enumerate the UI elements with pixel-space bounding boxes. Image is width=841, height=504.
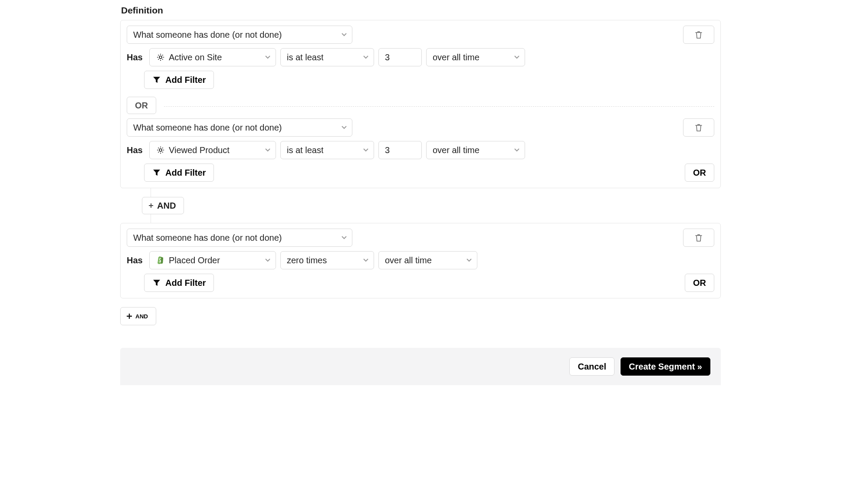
or-dash-line bbox=[164, 106, 714, 107]
gear-icon bbox=[156, 145, 165, 155]
chevron-down-icon bbox=[342, 126, 347, 129]
metric-select[interactable]: Active on Site bbox=[149, 48, 276, 66]
condition-type-label: What someone has done (or not done) bbox=[133, 29, 282, 41]
add-and-label: AND bbox=[135, 313, 148, 320]
metric-label: Active on Site bbox=[169, 52, 222, 63]
add-filter-button[interactable]: Add Filter bbox=[144, 274, 214, 292]
condition-block: What someone has done (or not done) Has … bbox=[127, 229, 714, 292]
funnel-icon bbox=[152, 279, 161, 287]
funnel-icon bbox=[152, 76, 161, 84]
metric-label: Viewed Product bbox=[169, 144, 230, 156]
section-title: Definition bbox=[121, 4, 721, 16]
has-label: Has bbox=[127, 52, 144, 63]
operator-select[interactable]: is at least bbox=[280, 48, 374, 66]
condition-group: What someone has done (or not done) Has … bbox=[120, 223, 721, 298]
add-and-button[interactable]: AND bbox=[120, 307, 156, 325]
timeframe-label: over all time bbox=[433, 144, 480, 156]
add-filter-button[interactable]: Add Filter bbox=[144, 71, 214, 89]
add-or-button[interactable]: OR bbox=[685, 164, 714, 182]
add-filter-button[interactable]: Add Filter bbox=[144, 164, 214, 182]
metric-select[interactable]: Placed Order bbox=[149, 251, 276, 269]
add-filter-label: Add Filter bbox=[165, 168, 206, 178]
create-segment-label: Create Segment » bbox=[629, 362, 702, 372]
timeframe-label: over all time bbox=[385, 255, 432, 266]
chevron-down-icon bbox=[265, 148, 270, 152]
cancel-button[interactable]: Cancel bbox=[569, 357, 614, 376]
trash-icon bbox=[694, 233, 703, 242]
or-button-label: OR bbox=[693, 168, 706, 178]
timeframe-select[interactable]: over all time bbox=[378, 251, 477, 269]
delete-condition-button[interactable] bbox=[683, 118, 714, 137]
shopify-icon bbox=[156, 255, 165, 265]
chevron-down-icon bbox=[265, 56, 270, 59]
condition-type-select[interactable]: What someone has done (or not done) bbox=[127, 229, 352, 247]
plus-icon bbox=[148, 203, 154, 208]
condition-group: What someone has done (or not done) Has … bbox=[120, 20, 721, 188]
footer-bar: Cancel Create Segment » bbox=[120, 348, 721, 385]
metric-label: Placed Order bbox=[169, 255, 220, 266]
and-connector: AND bbox=[142, 188, 721, 223]
add-or-button[interactable]: OR bbox=[685, 274, 714, 292]
add-filter-label: Add Filter bbox=[165, 75, 206, 85]
timeframe-select[interactable]: over all time bbox=[426, 48, 525, 66]
chevron-down-icon bbox=[514, 148, 519, 152]
delete-condition-button[interactable] bbox=[683, 229, 714, 247]
funnel-icon bbox=[152, 169, 161, 177]
condition-block: What someone has done (or not done) Has … bbox=[127, 118, 714, 182]
chevron-down-icon bbox=[466, 259, 472, 262]
plus-icon bbox=[127, 314, 132, 319]
condition-type-label: What someone has done (or not done) bbox=[133, 122, 282, 134]
gear-icon bbox=[156, 52, 165, 62]
has-label: Has bbox=[127, 255, 144, 266]
cancel-label: Cancel bbox=[578, 362, 606, 372]
condition-type-label: What someone has done (or not done) bbox=[133, 232, 282, 244]
count-input[interactable] bbox=[378, 48, 422, 66]
chevron-down-icon bbox=[342, 236, 347, 239]
chevron-down-icon bbox=[514, 56, 519, 59]
timeframe-label: over all time bbox=[433, 52, 480, 63]
definition-builder: Definition What someone has done (or not… bbox=[112, 0, 729, 385]
chevron-down-icon bbox=[363, 259, 368, 262]
operator-select[interactable]: zero times bbox=[280, 251, 374, 269]
trash-icon bbox=[694, 123, 703, 132]
condition-block: What someone has done (or not done) Has … bbox=[127, 26, 714, 89]
create-segment-button[interactable]: Create Segment » bbox=[621, 357, 710, 376]
trash-icon bbox=[694, 30, 703, 39]
timeframe-select[interactable]: over all time bbox=[426, 141, 525, 159]
or-separator: OR bbox=[127, 97, 714, 114]
and-chip-label: AND bbox=[157, 200, 176, 212]
operator-label: zero times bbox=[287, 255, 327, 266]
chevron-down-icon bbox=[363, 56, 368, 59]
count-input[interactable] bbox=[378, 141, 422, 159]
chevron-down-icon bbox=[265, 259, 270, 262]
operator-label: is at least bbox=[287, 144, 323, 156]
condition-type-select[interactable]: What someone has done (or not done) bbox=[127, 26, 352, 44]
chevron-down-icon bbox=[363, 148, 368, 152]
delete-condition-button[interactable] bbox=[683, 26, 714, 44]
or-button-label: OR bbox=[693, 278, 706, 288]
or-chip[interactable]: OR bbox=[127, 97, 156, 114]
and-chip[interactable]: AND bbox=[142, 197, 184, 214]
operator-select[interactable]: is at least bbox=[280, 141, 374, 159]
operator-label: is at least bbox=[287, 52, 323, 63]
add-filter-label: Add Filter bbox=[165, 278, 206, 288]
metric-select[interactable]: Viewed Product bbox=[149, 141, 276, 159]
has-label: Has bbox=[127, 144, 144, 156]
condition-type-select[interactable]: What someone has done (or not done) bbox=[127, 118, 352, 137]
chevron-down-icon bbox=[342, 33, 347, 36]
